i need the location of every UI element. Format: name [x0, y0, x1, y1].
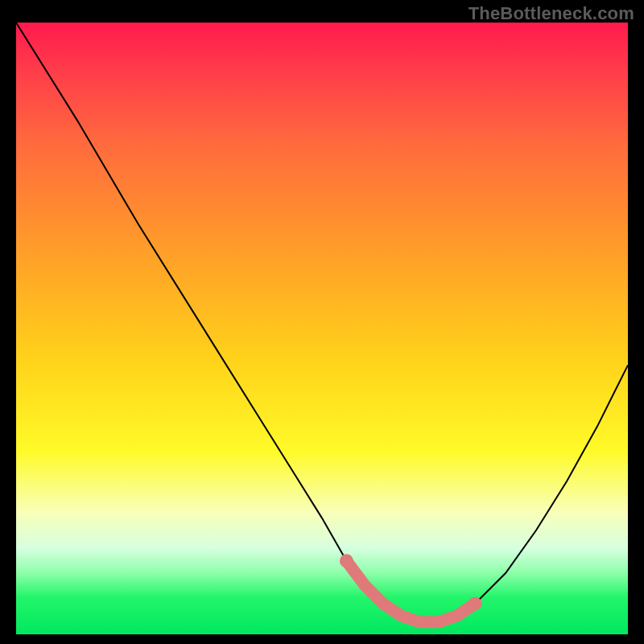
- chart-svg: [16, 23, 628, 634]
- highlight-path: [346, 561, 475, 622]
- bottleneck-curve-path: [16, 23, 628, 622]
- watermark-label: TheBottleneck.com: [469, 3, 634, 24]
- plot-area: [16, 23, 628, 634]
- chart-frame: TheBottleneck.com: [0, 0, 644, 644]
